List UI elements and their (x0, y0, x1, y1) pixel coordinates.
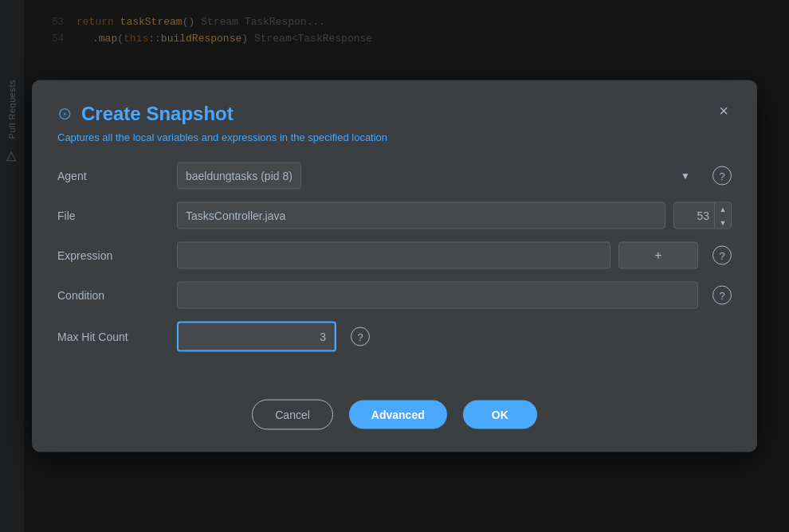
agent-controls: baeldungtasks (pid 8) ▼ ? (177, 162, 732, 190)
file-row: File ▲ ▼ (57, 202, 732, 229)
max-hit-count-label: Max Hit Count (57, 331, 177, 343)
file-label: File (57, 209, 177, 222)
add-expression-button[interactable]: + (618, 242, 698, 269)
create-snapshot-dialog: ⊙ Create Snapshot × Captures all the loc… (32, 80, 757, 452)
condition-label: Condition (57, 289, 177, 302)
max-hit-count-help-icon[interactable]: ? (351, 327, 370, 346)
agent-help-icon[interactable]: ? (712, 166, 732, 186)
advanced-button[interactable]: Advanced (349, 401, 447, 429)
cancel-button[interactable]: Cancel (252, 400, 333, 430)
expression-label: Expression (57, 249, 177, 262)
line-number-increment[interactable]: ▲ (715, 202, 731, 216)
dialog-title: Create Snapshot (81, 103, 234, 125)
max-hit-count-wrapper: ▲ ▼ (177, 322, 336, 352)
expression-row: Expression + ? (57, 242, 732, 269)
max-hit-count-spinner: ▲ ▼ (334, 322, 336, 352)
max-hit-count-increment[interactable]: ▲ (335, 322, 336, 337)
close-button[interactable]: × (716, 103, 732, 119)
max-hit-count-decrement[interactable]: ▼ (335, 337, 336, 352)
line-number-decrement[interactable]: ▼ (715, 216, 731, 229)
condition-controls: ? (177, 282, 732, 309)
file-input[interactable] (177, 202, 665, 229)
condition-row: Condition ? (57, 282, 732, 309)
chevron-down-icon: ▼ (681, 170, 690, 182)
expression-controls: + ? (177, 242, 732, 269)
dialog-header: ⊙ Create Snapshot × (57, 103, 732, 125)
agent-row: Agent baeldungtasks (pid 8) ▼ ? (57, 162, 732, 190)
spacer (57, 365, 732, 381)
max-hit-count-controls: ▲ ▼ ? (177, 322, 732, 352)
condition-help-icon[interactable]: ? (712, 286, 732, 305)
file-controls: ▲ ▼ (177, 202, 732, 229)
expression-help-icon[interactable]: ? (712, 246, 732, 265)
ok-button[interactable]: OK (463, 401, 537, 429)
camera-icon: ⊙ (57, 104, 72, 124)
dialog-subtitle: Captures all the local variables and exp… (57, 131, 732, 143)
condition-input[interactable] (177, 282, 698, 309)
max-hit-count-row: Max Hit Count ▲ ▼ ? (57, 322, 732, 352)
line-number-spinner: ▲ ▼ (714, 202, 731, 229)
agent-select[interactable]: baeldungtasks (pid 8) (177, 162, 301, 190)
dialog-footer: Cancel Advanced OK (57, 400, 732, 430)
agent-label: Agent (57, 170, 177, 182)
agent-select-wrapper: baeldungtasks (pid 8) ▼ (177, 162, 698, 190)
expression-input[interactable] (177, 242, 610, 269)
max-hit-count-input[interactable] (179, 326, 334, 348)
line-number-wrapper: ▲ ▼ (673, 202, 732, 229)
line-number-input[interactable] (674, 205, 714, 227)
